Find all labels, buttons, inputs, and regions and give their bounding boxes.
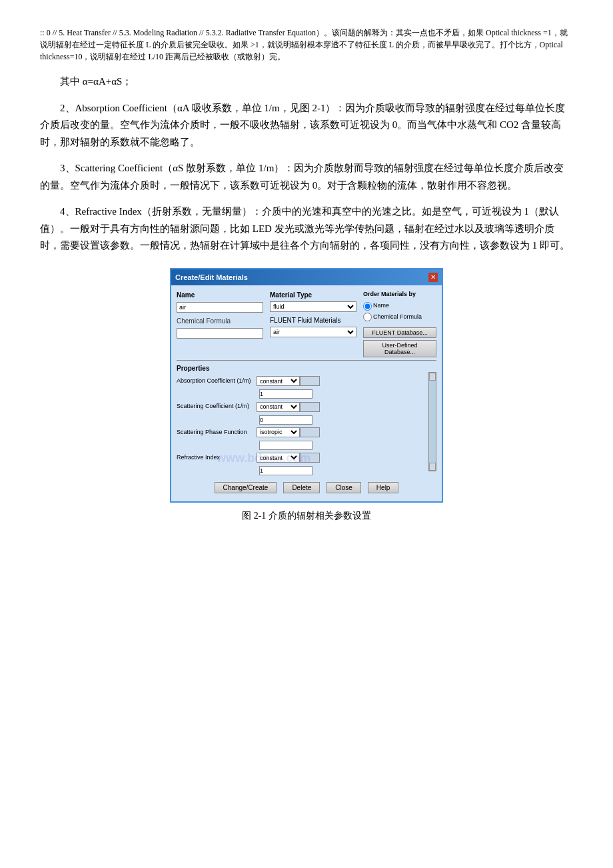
phase-fn-small-input[interactable]	[300, 427, 320, 437]
scattering-coefficient-row: Scattering Coefficient (1/m) constant	[177, 401, 426, 411]
user-defined-database-button[interactable]: User-Defined Database...	[363, 340, 436, 357]
refractive-small-input[interactable]	[300, 453, 320, 463]
refractive-index-paragraph: 4、Refractive Index（折射系数，无量纲量）：介质中的光速和真空中…	[40, 203, 573, 255]
order-chem-radio-row: Chemical Formula	[363, 312, 436, 322]
scattering-small-input[interactable]	[300, 402, 320, 412]
absorption-method-select[interactable]: constant	[257, 376, 300, 386]
properties-scrollbar[interactable]	[428, 372, 436, 471]
properties-title: Properties	[177, 363, 426, 374]
absorption-coefficient-row: Absorption Coefficient (1/m) constant	[177, 376, 426, 386]
chem-formula-input[interactable]	[177, 328, 263, 339]
scattering-method-select[interactable]: constant	[257, 402, 300, 412]
order-by-label: Order Materials by	[363, 289, 436, 299]
create-edit-materials-dialog[interactable]: Create/Edit Materials ✕ Name Chemical Fo…	[170, 268, 443, 503]
absorption-small-input[interactable]	[300, 376, 320, 386]
scattering-coefficient-paragraph: 3、Scattering Coefficient（αS 散射系数，单位 1/m）…	[40, 160, 573, 194]
absorption-label: Absorption Coefficient (1/m)	[177, 376, 257, 386]
scattering-label: Scattering Coefficient (1/m)	[177, 401, 257, 411]
name-input[interactable]	[177, 302, 263, 313]
close-button[interactable]: Close	[326, 482, 361, 493]
refractive-method-select[interactable]: constant	[257, 453, 300, 463]
phase-function-method-select[interactable]: isotropic	[257, 427, 300, 437]
order-name-label: Name	[373, 301, 389, 311]
breadcrumb: :: 0 // 5. Heat Transfer // 5.3. Modelin…	[40, 27, 573, 63]
dialog-title-bar: Create/Edit Materials ✕	[171, 269, 442, 286]
material-type-select[interactable]: fluid	[270, 301, 356, 312]
refractive-value-input[interactable]	[259, 466, 312, 475]
phase-function-label: Scattering Phase Function	[177, 427, 257, 437]
absorption-value-input[interactable]	[259, 389, 312, 399]
order-chem-label: Chemical Formula	[373, 312, 422, 322]
delete-button[interactable]: Delete	[283, 482, 320, 493]
fluent-materials-label: FLUENT Fluid Materials	[270, 315, 356, 326]
order-name-radio-row: Name	[363, 301, 436, 311]
order-chem-radio[interactable]	[363, 313, 372, 321]
alpha-formula-paragraph: 其中 α=αA+αS；	[60, 73, 573, 91]
order-name-radio[interactable]	[363, 302, 372, 311]
figure-caption: 图 2-1 介质的辐射相关参数设置	[242, 508, 371, 524]
material-type-label: Material Type	[270, 289, 356, 301]
dialog-bottom-buttons: Change/Create Delete Close Help	[177, 482, 436, 497]
name-label: Name	[177, 289, 263, 301]
absorption-coefficient-paragraph: 2、Absorption Coefficient（αA 吸收系数，单位 1/m，…	[40, 100, 573, 151]
refractive-index-row: Refractive Index constant	[177, 453, 426, 463]
dialog-title-text: Create/Edit Materials	[175, 271, 248, 284]
phase-fn-value-input[interactable]	[259, 441, 312, 450]
scattering-value-input[interactable]	[259, 415, 312, 425]
refractive-index-label: Refractive Index	[177, 453, 257, 463]
fluent-database-button[interactable]: FLUENT Database...	[363, 327, 436, 338]
help-button[interactable]: Help	[368, 482, 399, 493]
phase-function-row: Scattering Phase Function isotropic	[177, 427, 426, 437]
dialog-figure: Create/Edit Materials ✕ Name Chemical Fo…	[40, 268, 573, 525]
chem-formula-label: Chemical Formula	[177, 315, 263, 327]
dialog-close-button[interactable]: ✕	[428, 273, 438, 282]
fluent-materials-select[interactable]: air	[270, 327, 356, 337]
change-create-button[interactable]: Change/Create	[215, 482, 277, 493]
